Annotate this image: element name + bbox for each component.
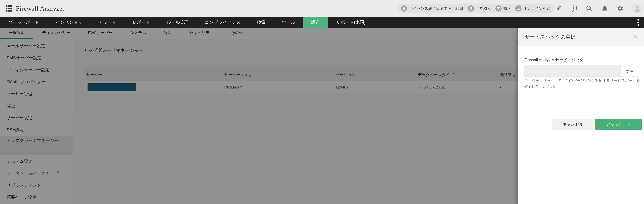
service-pack-dialog: サービスパックの選択 Firewall Analyzer サービスパック 参照 …: [518, 28, 644, 204]
page-title: アップグレードマネージャー: [84, 47, 144, 53]
screen-play-icon: [515, 5, 522, 11]
settings-gear-icon[interactable]: [617, 5, 624, 12]
firewall-analyzer-app: Firewall Analyzer ライセンス終了日まであと29日 $ お見積り…: [0, 0, 644, 204]
main-nav-bar: ダッシュボード インベントリ アラート レポート ルール管理 コンプライアンス …: [0, 17, 644, 28]
license-badge-icon: [401, 5, 407, 11]
service-pack-file-input[interactable]: [524, 65, 620, 77]
sidebar-item-oauth-provider[interactable]: OAuth プロバイダー: [0, 76, 72, 88]
subtab-discovery[interactable]: ディスカバリー: [33, 28, 79, 39]
user-avatar[interactable]: [632, 3, 642, 13]
nav-reports[interactable]: レポート: [124, 17, 158, 28]
col-server-type: サーバータイプ: [222, 72, 334, 77]
sidebar-item-user-management[interactable]: ユーザー管理: [0, 88, 72, 100]
file-picker: 参照: [524, 65, 638, 77]
nav-support-us[interactable]: サポート(米国): [328, 17, 374, 28]
nav-rule-management[interactable]: ルール管理: [158, 17, 197, 28]
service-pack-field-label: Firewall Analyzer サービスパック: [524, 57, 584, 63]
browse-button[interactable]: 参照: [620, 65, 638, 77]
sidebar-item-ssh-settings[interactable]: SSH設定: [0, 124, 72, 136]
license-banner[interactable]: ライセンス終了日まであと29日: [401, 5, 463, 11]
dollar-icon: $: [468, 5, 474, 11]
cancel-button[interactable]: キャンセル: [552, 119, 594, 130]
nav-compliance[interactable]: コンプライアンス: [197, 17, 249, 28]
nav-settings-active[interactable]: 設定: [303, 17, 328, 28]
sidebar-item-overview-page-settings[interactable]: 概要ページ設定: [0, 191, 72, 203]
db-type-cell: POSTGRESQL: [416, 85, 498, 90]
upload-button[interactable]: アップロード: [596, 119, 642, 130]
subtab-settings[interactable]: 設定: [155, 28, 180, 39]
subtab-general-settings[interactable]: 一般設定: [0, 28, 33, 39]
col-server: サーバー: [84, 72, 222, 77]
search-icon[interactable]: [586, 5, 593, 12]
subtab-fwa-server[interactable]: FWAサーバー: [79, 28, 121, 39]
sidebar-item-sms-server[interactable]: SMSサーバー設定: [0, 52, 72, 64]
sidebar-item-proxy-server[interactable]: プロキシサーバー設定: [0, 64, 72, 76]
notifications-bell-icon[interactable]: [601, 5, 608, 12]
click-here-link[interactable]: こちらをクリック: [524, 78, 554, 83]
nav-dashboard[interactable]: ダッシュボード: [0, 17, 48, 28]
server-type-cell: PRIMARY: [222, 85, 334, 90]
sidebar-item-mail-server[interactable]: メールサーバー設定: [0, 40, 72, 52]
quote-label: お見積り: [476, 6, 491, 11]
cart-icon: [496, 5, 502, 11]
app-title: Firewall Analyzer: [16, 5, 64, 12]
dialog-help-text: こちらをクリックして、このバージョンに対応するサービスパックを確認してください。: [524, 78, 640, 89]
buy-button[interactable]: 購入: [496, 5, 511, 11]
version-cell: 128407: [334, 85, 416, 90]
sidebar-item-authentication[interactable]: 認証: [0, 100, 72, 112]
subtab-others[interactable]: その他: [222, 28, 252, 39]
subtab-system[interactable]: システム: [121, 28, 155, 39]
nav-inventory[interactable]: インベントリ: [48, 17, 90, 28]
dialog-title: サービスパックの選択: [525, 28, 576, 46]
nav-search[interactable]: 検索: [249, 17, 274, 28]
col-version: バージョン: [334, 72, 416, 77]
sidebar-item-rebranding[interactable]: リブランディング: [0, 179, 72, 191]
server-name-redaction-block: [88, 83, 136, 91]
dialog-buttons: キャンセル アップロード: [518, 119, 644, 130]
col-database-type: データベースタイプ: [416, 72, 498, 77]
close-icon[interactable]: [632, 34, 639, 40]
nav-overflow-kebab-icon[interactable]: [636, 17, 640, 28]
sidebar-item-system-settings[interactable]: システム設定: [0, 155, 72, 167]
subtab-security[interactable]: セキュリティ: [180, 28, 222, 39]
settings-sidebar: メールサーバー設定 SMSサーバー設定 プロキシサーバー設定 OAuth プロバ…: [0, 39, 73, 204]
sidebar-item-database-backup[interactable]: データベースバックアップ: [0, 167, 72, 179]
license-pill: ライセンス終了日まであと29日 $ お見積り 購入 オンライン相談: [396, 4, 555, 13]
quote-button[interactable]: $ お見積り: [468, 5, 491, 11]
demo-video-icon[interactable]: [570, 5, 577, 12]
apps-grid-icon[interactable]: [6, 5, 12, 11]
license-banner-label: ライセンス終了日まであと29日: [409, 6, 463, 11]
nav-alerts[interactable]: アラート: [90, 17, 124, 28]
sidebar-item-server-settings[interactable]: サーバー設定: [0, 112, 72, 124]
header-icon-group: [555, 0, 642, 17]
sidebar-item-upgrade-manager-active[interactable]: アップグレードマネージャー: [0, 136, 72, 155]
dialog-header: サービスパックの選択: [518, 28, 644, 46]
online-consult-label: オンライン相談: [523, 6, 550, 11]
nav-tools[interactable]: ツール: [274, 17, 303, 28]
server-name-cell: [84, 83, 222, 91]
top-header-bar: Firewall Analyzer ライセンス終了日まであと29日 $ お見積り…: [0, 0, 644, 17]
buy-label: 購入: [503, 6, 511, 11]
rocket-icon[interactable]: [555, 5, 562, 12]
online-consult-button[interactable]: オンライン相談: [515, 5, 550, 11]
